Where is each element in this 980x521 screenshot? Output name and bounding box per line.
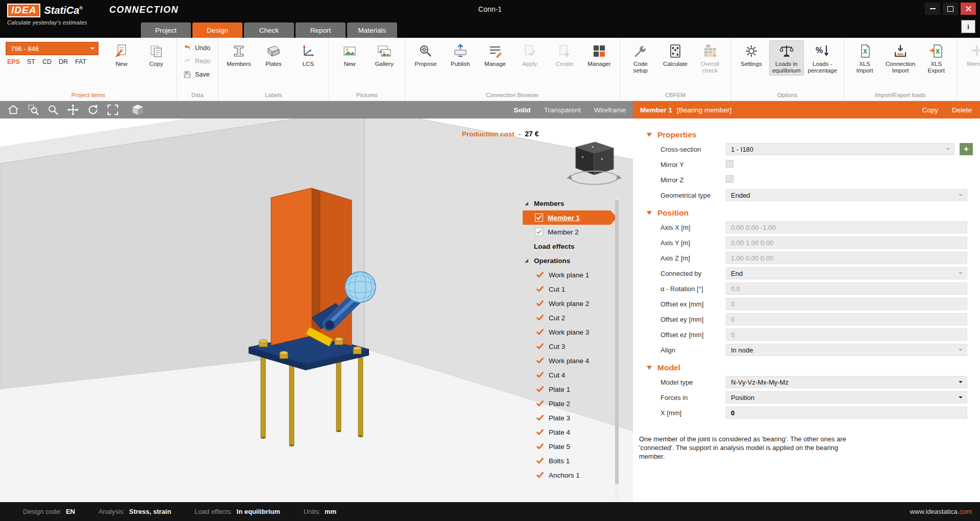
lcs-button[interactable]: LCS xyxy=(291,40,325,69)
view-mode-wireframe[interactable]: Wireframe xyxy=(594,106,626,114)
section-header-model[interactable]: Model xyxy=(633,360,980,375)
view-mode-transparent[interactable]: Transparent xyxy=(544,106,580,114)
new-button[interactable]: New xyxy=(333,40,366,69)
loads-in-equilibrium-button[interactable]: Loads in equilibrium xyxy=(769,40,804,76)
solid-box-icon[interactable] xyxy=(132,104,144,116)
pan-icon[interactable] xyxy=(67,104,79,116)
manage-button[interactable]: Manage xyxy=(478,40,512,69)
view-mode-solid[interactable]: Solid xyxy=(513,106,530,114)
code-setup-icon xyxy=(633,43,648,59)
publish-button[interactable]: Publish xyxy=(444,40,477,69)
copy-button[interactable]: Copy xyxy=(922,106,938,114)
tree-item-plate-4[interactable]: Plate 4 xyxy=(523,425,610,439)
tab-materials[interactable]: Materials xyxy=(347,22,397,38)
tree-item-load-effects[interactable]: Load effects xyxy=(523,239,610,253)
section-header-position[interactable]: Position xyxy=(633,205,980,221)
section-header-properties[interactable]: Properties xyxy=(633,127,980,143)
tree-item-anchors-1[interactable]: Anchors 1 xyxy=(523,468,610,482)
property-label: Model type xyxy=(660,378,693,386)
production-cost-value: 27 € xyxy=(525,130,538,138)
dropdown-model-type[interactable]: N-Vy-Vz-Mx-My-Mz xyxy=(726,376,967,388)
code-setup-button[interactable]: Code setup xyxy=(624,40,657,76)
tree-item-plate-5[interactable]: Plate 5 xyxy=(523,439,610,454)
dropdown-align[interactable]: In node xyxy=(726,344,967,356)
tree-item-work-plane-1[interactable]: Work plane 1 xyxy=(523,268,610,282)
delete-button[interactable]: Delete xyxy=(952,106,972,114)
member-checkbox[interactable] xyxy=(535,214,543,222)
gallery-button[interactable]: Gallery xyxy=(368,40,401,69)
tree-item-plate-1[interactable]: Plate 1 xyxy=(523,382,610,396)
undo-button[interactable]: Undo xyxy=(183,43,210,53)
add-cross-section-button[interactable]: + xyxy=(960,143,973,155)
xls-import-button[interactable]: XXLS Import xyxy=(848,40,881,76)
xls-export-button[interactable]: XXLS Export xyxy=(919,40,953,76)
tree-item-bolts-1[interactable]: Bolts 1 xyxy=(523,454,610,468)
tab-project[interactable]: Project xyxy=(141,22,191,38)
analysis-code-dr[interactable]: DR xyxy=(59,58,68,65)
app-window: IDEA StatiCa® Calculate yesterday's esti… xyxy=(0,0,980,521)
copy-button[interactable]: Copy xyxy=(139,40,173,69)
mesh-sphere[interactable] xyxy=(345,272,376,302)
input-x-mm[interactable]: 0 xyxy=(726,407,967,419)
dropdown-forces-in[interactable]: Position xyxy=(726,391,967,404)
tree-item-cut-2[interactable]: Cut 2 xyxy=(523,311,610,325)
tree-item-plate-3[interactable]: Plate 3 xyxy=(523,411,610,425)
input-axis-y-m: 0.00 1.00 0.00 xyxy=(726,236,967,249)
calculate-icon xyxy=(668,43,683,59)
maximize-button[interactable] xyxy=(943,3,958,15)
member-checkbox[interactable] xyxy=(535,228,543,236)
tree-item-label: Cut 3 xyxy=(549,343,565,350)
tree-scrollbar-thumb[interactable] xyxy=(615,200,619,484)
tree-item-members[interactable]: Members xyxy=(523,196,610,210)
tree-item-work-plane-4[interactable]: Work plane 4 xyxy=(523,353,610,368)
plates-button[interactable]: Plates xyxy=(257,40,290,69)
website-link[interactable]: www.ideastatica.com xyxy=(910,508,972,515)
tab-check[interactable]: Check xyxy=(244,22,294,38)
tree-item-work-plane-2[interactable]: Work plane 2 xyxy=(523,296,610,311)
new-button[interactable]: New xyxy=(105,40,138,69)
selected-object-title: Member 1 xyxy=(640,106,672,114)
tree-item-cut-1[interactable]: Cut 1 xyxy=(523,282,610,296)
calculate-button[interactable]: Calculate xyxy=(658,40,692,69)
dropdown-geometrical-type[interactable]: Ended xyxy=(726,189,967,201)
info-button[interactable]: i xyxy=(961,20,975,33)
expander-icon[interactable] xyxy=(525,202,528,205)
tree-item-operations[interactable]: Operations xyxy=(523,253,610,268)
minimize-button[interactable] xyxy=(925,3,940,15)
tree-item-cut-4[interactable]: Cut 4 xyxy=(523,368,610,382)
rotate-icon[interactable] xyxy=(87,104,99,116)
home-icon[interactable] xyxy=(7,104,19,116)
checkbox-mirror-z[interactable] xyxy=(726,175,733,183)
tree-item-cut-3[interactable]: Cut 3 xyxy=(523,339,610,353)
tree-item-work-plane-3[interactable]: Work plane 3 xyxy=(523,325,610,339)
dropdown-connected-by[interactable]: End xyxy=(726,267,967,279)
manager-button[interactable]: Manager xyxy=(582,40,616,69)
tree-item-member-2[interactable]: Member 2 xyxy=(523,225,610,239)
save-button[interactable]: Save xyxy=(183,70,210,79)
propose-button[interactable]: Propose xyxy=(409,40,443,69)
tab-report[interactable]: Report xyxy=(296,22,346,38)
connection-import-button[interactable]: Connection Import xyxy=(883,40,918,76)
analysis-code-eps[interactable]: EPS xyxy=(7,58,20,65)
members-button[interactable]: Members xyxy=(222,40,256,69)
input-offset-ez-mm: 0 xyxy=(726,328,967,341)
dropdown-cross-section[interactable]: 1 - I180 xyxy=(726,143,954,155)
tab-design[interactable]: Design xyxy=(192,22,242,38)
ribbon-tabs: ProjectDesignCheckReportMaterials xyxy=(141,22,397,38)
fit-icon[interactable] xyxy=(107,104,119,116)
tree-scrollbar[interactable] xyxy=(615,198,619,501)
analysis-code-fat[interactable]: FAT xyxy=(75,58,86,65)
analysis-code-st[interactable]: ST xyxy=(27,58,35,65)
close-button[interactable] xyxy=(961,3,976,15)
analysis-code-cd[interactable]: CD xyxy=(42,58,52,65)
tree-item-plate-2[interactable]: Plate 2 xyxy=(523,396,610,411)
zoom-window-icon[interactable] xyxy=(27,104,39,116)
loads-percentage-button[interactable]: %Loads - percentage xyxy=(805,40,841,76)
checkbox-mirror-y[interactable] xyxy=(726,160,733,168)
tree-item-member-1[interactable]: Member 1 xyxy=(523,210,610,225)
zoom-icon[interactable] xyxy=(47,104,59,116)
expander-icon[interactable] xyxy=(525,259,528,263)
settings-button[interactable]: Settings xyxy=(734,40,768,69)
project-item-select[interactable]: 796 - 846 xyxy=(6,42,99,55)
viewport-3d[interactable]: Production cost - 27 € MembersMember 1Me… xyxy=(0,119,633,502)
